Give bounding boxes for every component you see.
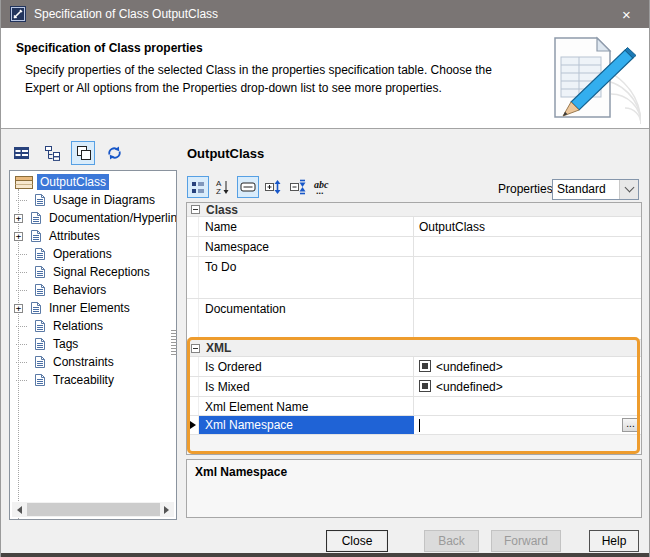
property-row-xml-namespace[interactable]: Xml Namespace... — [187, 416, 641, 435]
tree-item-behaviors[interactable]: Behaviors — [10, 281, 176, 299]
categorized-view-button[interactable] — [187, 176, 209, 198]
property-value[interactable] — [414, 299, 641, 339]
indeterminate-checkbox-icon[interactable] — [419, 380, 431, 392]
tree-item-constraints[interactable]: Constraints — [10, 353, 176, 371]
tree-item-outputclass[interactable]: OutputClass — [10, 173, 176, 191]
help-button[interactable]: Help — [589, 530, 639, 552]
property-name[interactable]: Namespace — [199, 237, 414, 256]
title-bar[interactable]: Specification of Class OutputClass × — [1, 0, 649, 28]
tree-item-usage-in-diagrams[interactable]: Usage in Diagrams — [10, 191, 176, 209]
tree-item-attributes[interactable]: +Attributes — [10, 227, 176, 245]
scroll-left-icon[interactable] — [12, 502, 27, 517]
refresh-button[interactable] — [102, 141, 126, 165]
property-row-name[interactable]: NameOutputClass — [187, 217, 641, 237]
chevron-down-icon — [624, 183, 634, 193]
row-marker-cell — [187, 416, 199, 434]
scroll-right-icon[interactable] — [159, 502, 174, 517]
tree-item-inner-elements[interactable]: +Inner Elements — [10, 299, 176, 317]
property-name[interactable]: Xml Element Name — [199, 397, 414, 415]
expand-nodes-button[interactable] — [262, 176, 284, 198]
property-row-namespace[interactable]: Namespace — [187, 237, 641, 257]
row-marker-cell — [187, 357, 199, 376]
section-header-class[interactable]: Class — [187, 203, 641, 217]
tree-item-label: Operations — [50, 246, 115, 262]
collapse-section-icon[interactable] — [191, 344, 200, 353]
tree-view-button[interactable] — [40, 141, 64, 165]
tree-item-relations[interactable]: Relations — [10, 317, 176, 335]
property-row-to-do[interactable]: To Do — [187, 257, 641, 299]
properties-mode-select[interactable]: Standard — [552, 179, 639, 200]
tree-item-label: Traceability — [50, 372, 117, 388]
tree-item-signal-receptions[interactable]: Signal Receptions — [10, 263, 176, 281]
indeterminate-checkbox-icon[interactable] — [419, 360, 431, 372]
containment-view-icon — [75, 145, 92, 161]
property-row-is-mixed[interactable]: Is Mixed<undefined> — [187, 377, 641, 397]
combo-dropdown-button[interactable] — [619, 180, 638, 199]
property-name[interactable]: To Do — [199, 257, 414, 298]
properties-toolbar: AZabc... — [187, 176, 334, 198]
tree-item-label: Relations — [50, 318, 106, 334]
property-row-documentation[interactable]: Documentation — [187, 299, 641, 340]
tree-item-documentation-hyperlinks[interactable]: +Documentation/Hyperlinks — [10, 209, 176, 227]
scrollbar-thumb[interactable] — [27, 503, 160, 516]
property-value[interactable] — [414, 237, 641, 256]
containment-view-button[interactable] — [71, 141, 95, 165]
expander-plus-icon[interactable]: + — [14, 214, 23, 223]
property-value[interactable] — [414, 397, 641, 415]
property-value[interactable] — [414, 257, 641, 298]
row-marker-cell — [187, 299, 199, 339]
tree-item-traceability[interactable]: Traceability — [10, 371, 176, 389]
collapse-nodes-button[interactable] — [287, 176, 309, 198]
class-icon — [15, 176, 33, 189]
property-value-text: <undefined> — [436, 360, 503, 374]
window-bottom-edge — [1, 553, 649, 557]
tree-item-label: Usage in Diagrams — [50, 192, 158, 208]
text-caret — [419, 419, 420, 432]
tree-item-label: Documentation/Hyperlinks — [46, 210, 177, 226]
show-description-button[interactable] — [237, 176, 259, 198]
tree-item-label: Tags — [50, 336, 81, 352]
tree-horizontal-scrollbar[interactable] — [12, 502, 174, 517]
table-empty-area — [187, 435, 641, 455]
collapse-nodes-icon — [289, 179, 307, 195]
header-description: Specify properties of the selected Class… — [25, 61, 525, 97]
tree-view-icon — [44, 145, 61, 161]
expander-plus-icon[interactable]: + — [14, 232, 23, 241]
spec-form-button[interactable] — [9, 141, 33, 165]
property-name[interactable]: Is Mixed — [199, 377, 414, 396]
document-icon — [34, 265, 46, 279]
splitter-grip[interactable] — [171, 330, 177, 356]
tree-item-operations[interactable]: Operations — [10, 245, 176, 263]
ellipsis-button[interactable]: ... — [622, 418, 639, 432]
tree-item-tags[interactable]: Tags — [10, 335, 176, 353]
show-description-icon — [240, 181, 256, 193]
abc-filter-button[interactable]: abc... — [312, 176, 334, 198]
property-value[interactable]: <undefined> — [414, 357, 641, 376]
element-title: OutputClass — [187, 146, 264, 161]
section-header-xml[interactable]: XML — [187, 340, 641, 357]
tree-item-label: Signal Receptions — [50, 264, 153, 280]
property-value[interactable]: OutputClass — [414, 217, 641, 236]
containment-tree-panel[interactable]: OutputClassUsage in Diagrams+Documentati… — [9, 170, 177, 520]
row-marker-cell — [187, 377, 199, 396]
close-button[interactable]: Close — [326, 530, 388, 552]
property-name[interactable]: Is Ordered — [199, 357, 414, 376]
close-button[interactable]: × — [604, 0, 649, 28]
tree-item-label: Inner Elements — [46, 300, 133, 316]
property-name[interactable]: Name — [199, 217, 414, 236]
collapse-section-icon[interactable] — [191, 205, 200, 214]
expander-plus-icon[interactable]: + — [14, 304, 23, 313]
tree-item-label: Behaviors — [50, 282, 109, 298]
property-row-xml-element-name[interactable]: Xml Element Name — [187, 397, 641, 416]
property-value[interactable]: <undefined> — [414, 377, 641, 396]
property-row-is-ordered[interactable]: Is Ordered<undefined> — [187, 357, 641, 377]
property-name[interactable]: Documentation — [199, 299, 414, 339]
document-icon — [34, 319, 46, 333]
sort-alphabetically-button[interactable]: AZ — [212, 176, 234, 198]
document-icon — [34, 283, 46, 297]
row-marker-cell — [187, 397, 199, 415]
app-icon — [10, 6, 26, 22]
abc-filter-icon: abc... — [313, 179, 333, 195]
property-name[interactable]: Xml Namespace — [199, 416, 414, 434]
property-value[interactable]: ... — [414, 416, 641, 434]
